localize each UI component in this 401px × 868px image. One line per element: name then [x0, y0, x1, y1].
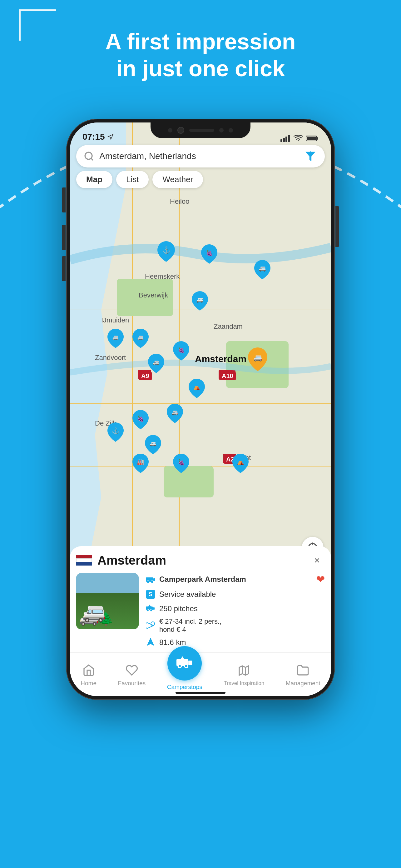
- search-icon: [84, 151, 94, 161]
- svg-rect-36: [317, 137, 318, 140]
- svg-point-38: [85, 152, 92, 159]
- map-pin-8[interactable]: 🚐: [167, 404, 183, 424]
- map-pin-1[interactable]: ⚓: [157, 241, 175, 263]
- nav-management-label: Management: [286, 680, 321, 687]
- svg-point-49: [151, 581, 153, 583]
- travel-icon: [236, 663, 252, 678]
- map-label-zaandam: Zaandam: [213, 322, 243, 331]
- map-pin-grape[interactable]: 🍇: [173, 341, 189, 362]
- map-label-zandvoort: Zandvoort: [95, 354, 126, 362]
- map-pin-3[interactable]: 🚐: [254, 260, 270, 281]
- map-label-ijmuiden: IJmuiden: [101, 316, 129, 324]
- svg-text:🚐: 🚐: [112, 334, 119, 340]
- map-label-amsterdam: Amsterdam: [195, 354, 246, 364]
- bottom-nav: Home Favourites Camperstops: [70, 652, 331, 696]
- svg-text:⛺: ⛺: [193, 384, 201, 391]
- close-button[interactable]: ×: [309, 552, 325, 568]
- map-label-heiloo: Heiloo: [170, 197, 189, 206]
- campsite-image: 🚐 🌲: [76, 573, 139, 629]
- svg-rect-61: [188, 660, 192, 665]
- map-pin-6[interactable]: 🚐: [132, 329, 149, 349]
- filter-icon[interactable]: [304, 149, 317, 163]
- nav-favourites[interactable]: Favourites: [118, 662, 146, 687]
- header-section: A first impression in just one click: [0, 0, 401, 82]
- notch-speaker: [189, 129, 214, 132]
- tab-list[interactable]: List: [116, 171, 149, 188]
- search-input[interactable]: Amsterdam, Netherlands: [99, 151, 304, 161]
- header-line1: A first impression: [0, 28, 401, 55]
- card-content: 🚐 🌲 Camperpark A: [76, 573, 325, 651]
- tab-weather[interactable]: Weather: [153, 171, 203, 188]
- service-s-icon: S: [145, 589, 156, 600]
- netherlands-flag: [76, 555, 92, 565]
- notch-sensor-3: [229, 128, 233, 132]
- price-content: € 27-34 incl. 2 pers., hond € 4: [159, 617, 222, 634]
- campsite-name: Camperpark Amsterdam: [159, 575, 313, 584]
- map-pin-tent2[interactable]: ⛺: [232, 454, 248, 474]
- notch-sensor: [168, 128, 172, 132]
- pitches-row: 250 pitches: [145, 603, 325, 614]
- map-pin-9[interactable]: 🚐: [145, 435, 161, 456]
- svg-text:⛺: ⛺: [237, 459, 244, 466]
- map-pin-selected[interactable]: 🚐: [248, 347, 267, 372]
- nav-management[interactable]: Management: [286, 662, 321, 687]
- svg-text:🚐: 🚐: [150, 440, 156, 446]
- notch: [151, 122, 250, 138]
- svg-rect-33: [286, 136, 287, 142]
- map-pin-grape3[interactable]: 🍇: [132, 410, 149, 431]
- svg-rect-37: [307, 136, 316, 140]
- pitches-icon: [145, 603, 156, 614]
- map-pin-factory[interactable]: 🏭: [132, 454, 149, 474]
- map-label-beverwijk: Beverwijk: [139, 291, 168, 299]
- location-icon: [107, 134, 114, 140]
- svg-text:🍇: 🍇: [206, 250, 213, 256]
- svg-text:🚐: 🚐: [196, 296, 204, 303]
- map-pin-anchor[interactable]: ⚓: [107, 423, 124, 443]
- status-time: 07:15: [82, 132, 114, 142]
- heart-nav-icon: [124, 662, 140, 678]
- map-label-heemskerk: Heemskerk: [145, 273, 179, 281]
- phone-screen: Heiloo Heemskerk Beverwijk IJmuiden Zaan…: [70, 122, 331, 696]
- svg-text:🚐: 🚐: [259, 265, 266, 272]
- nav-favourites-label: Favourites: [118, 680, 146, 687]
- svg-text:🚐: 🚐: [172, 409, 178, 415]
- search-bar[interactable]: Amsterdam, Netherlands: [76, 145, 325, 167]
- campsite-name-row: Camperpark Amsterdam ❤: [145, 573, 325, 586]
- home-bar: [175, 692, 226, 694]
- notch-sensor-2: [219, 128, 224, 132]
- map-road-a10: A10: [219, 372, 236, 380]
- nav-camperstops[interactable]: Camperstops: [167, 659, 202, 690]
- map-pin-7[interactable]: 🚐: [148, 354, 164, 374]
- svg-text:🍇: 🍇: [178, 459, 185, 466]
- svg-point-48: [147, 581, 149, 583]
- camperstops-button[interactable]: [167, 646, 202, 681]
- map-pin-4[interactable]: 🚐: [192, 291, 208, 312]
- status-icons: [280, 135, 319, 142]
- nav-travel[interactable]: Travel Inspiration: [224, 663, 264, 686]
- tab-map[interactable]: Map: [76, 171, 112, 188]
- map-pin-5[interactable]: 🚐: [107, 329, 124, 349]
- distance-text: 81.6 km: [159, 638, 186, 647]
- svg-marker-30: [108, 134, 113, 140]
- tab-bar: Map List Weather: [76, 171, 325, 188]
- service-text: Service available: [159, 590, 216, 599]
- card-header: Amsterdam ×: [76, 552, 325, 568]
- svg-marker-66: [239, 666, 248, 675]
- svg-text:🏭: 🏭: [137, 459, 144, 466]
- favorite-heart[interactable]: ❤: [316, 573, 325, 586]
- pitches-text: 250 pitches: [159, 604, 198, 613]
- nav-travel-label: Travel Inspiration: [224, 680, 264, 686]
- map-pin-grape2[interactable]: 🍇: [173, 454, 189, 474]
- map-pin-2[interactable]: 🍇: [201, 244, 218, 265]
- svg-text:⚓: ⚓: [162, 246, 171, 254]
- nav-home-label: Home: [80, 680, 97, 687]
- map-pin-tent[interactable]: ⛺: [189, 379, 205, 399]
- header-line2: in just one click: [0, 55, 401, 82]
- svg-text:🚐: 🚐: [137, 334, 144, 340]
- svg-point-65: [185, 665, 188, 667]
- price-row: € 27-34 incl. 2 pers., hond € 4: [145, 617, 325, 634]
- svg-rect-31: [280, 140, 282, 142]
- nav-camperstops-label: Camperstops: [167, 684, 202, 690]
- nav-home[interactable]: Home: [80, 662, 97, 687]
- svg-rect-47: [153, 578, 155, 581]
